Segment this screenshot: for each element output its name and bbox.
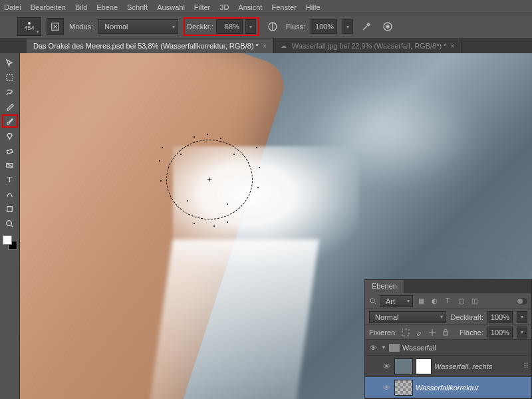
svg-rect-11 (444, 332, 448, 335)
pressure-size-icon[interactable] (380, 19, 396, 35)
modus-label: Modus: (69, 23, 93, 31)
move-tool[interactable] (2, 56, 18, 69)
search-icon (369, 297, 377, 305)
filter-pixel-icon[interactable]: ▦ (416, 296, 426, 307)
svg-rect-4 (7, 74, 13, 80)
expand-icon[interactable]: ▼ (381, 344, 386, 350)
lock-transparency-icon[interactable] (401, 328, 410, 337)
svg-rect-5 (7, 149, 13, 154)
lock-label: Fixieren: (369, 329, 397, 336)
eyedropper-tool[interactable] (2, 100, 18, 113)
tool-palette: T (0, 53, 20, 399)
visibility-icon[interactable]: 👁 (368, 344, 378, 352)
layer-opacity-arrow[interactable]: ▾ (517, 311, 527, 323)
lasso-tool[interactable] (2, 85, 18, 98)
svg-point-3 (386, 25, 389, 28)
layer-opacity-input[interactable]: 100% (487, 311, 513, 323)
menu-auswahl[interactable]: Auswahl (157, 3, 185, 11)
svg-point-9 (370, 299, 374, 303)
filter-smart-icon[interactable]: ◫ (469, 296, 479, 307)
menu-hilfe[interactable]: Hilfe (306, 3, 321, 11)
tab-inactive-document[interactable]: ☁ Wasserfall.jpg bei 22,9% (Wasserfall, … (274, 39, 462, 53)
menu-3d[interactable]: 3D (219, 3, 229, 11)
layer-blend-dropdown[interactable]: Normal▾ (369, 311, 446, 323)
svg-point-8 (7, 220, 12, 225)
menu-schrift[interactable]: Schrift (127, 3, 148, 11)
fill-label: Fläche: (460, 329, 483, 336)
fill-arrow[interactable]: ▾ (517, 327, 527, 338)
brush-preset-picker[interactable]: 454 ▾ (17, 17, 41, 36)
menu-bar: Datei Bearbeiten Bild Ebene Schrift Ausw… (0, 0, 532, 15)
layer-thumbnail[interactable] (394, 358, 413, 374)
layer-list: 👁 ▼ Wasserfall 👁 Wasserfall, rechts ⠿ 👁 … (365, 340, 531, 398)
visibility-icon[interactable]: 👁 (381, 362, 392, 370)
cloud-icon: ☁ (281, 43, 287, 49)
layer-item[interactable]: 👁 Wasserfall, rechts ⠿ (365, 356, 531, 377)
layer-opacity-label: Deckkraft: (450, 313, 483, 321)
brush-cursor (166, 140, 253, 219)
opacity-field-highlighted: Deckkr.: 68% ▾ (184, 17, 259, 36)
opacity-label: Deckkr.: (187, 23, 213, 31)
layers-tab[interactable]: Ebenen (365, 280, 404, 293)
folder-icon (389, 344, 400, 352)
layer-item-selected[interactable]: 👁 Wasserfallkorrektur (365, 377, 531, 398)
layer-menu-icon[interactable]: ⠿ (523, 362, 529, 370)
clone-tool[interactable] (2, 129, 18, 142)
menu-filter[interactable]: Filter (194, 3, 210, 11)
gradient-tool[interactable] (2, 158, 18, 172)
fill-input[interactable]: 100% (487, 327, 513, 338)
opacity-dropdown-arrow[interactable]: ▾ (245, 19, 256, 34)
type-tool[interactable]: T (2, 173, 18, 186)
opacity-input[interactable]: 68% (216, 19, 243, 34)
menu-bild[interactable]: Bild (75, 3, 87, 11)
close-icon[interactable]: × (450, 43, 454, 50)
brush-size-value: 454 (24, 25, 34, 31)
filter-type-icon[interactable]: T (442, 296, 453, 307)
layer-thumbnail[interactable] (394, 380, 413, 396)
shape-tool[interactable] (2, 202, 18, 215)
filter-toggle[interactable] (517, 298, 527, 305)
svg-rect-7 (7, 206, 13, 211)
marquee-tool[interactable] (2, 70, 18, 84)
svg-rect-10 (402, 329, 409, 336)
filter-shape-icon[interactable]: ▢ (456, 296, 466, 307)
menu-fenster[interactable]: Fenster (271, 3, 296, 11)
visibility-icon[interactable]: 👁 (381, 384, 392, 392)
lock-paint-icon[interactable] (414, 328, 424, 337)
lock-position-icon[interactable] (428, 328, 437, 337)
layers-panel: Ebenen Art▾ ▦ ◐ T ▢ ◫ Normal▾ Deckkraft:… (364, 279, 532, 399)
blend-mode-dropdown[interactable]: Normal▾ (98, 19, 178, 34)
pressure-opacity-icon[interactable] (265, 19, 281, 35)
tab-active-document[interactable]: Das Orakel des Meeres.psd bei 53,8% (Was… (27, 39, 274, 53)
color-swatches[interactable] (3, 235, 17, 250)
flow-input[interactable]: 100% (311, 19, 337, 34)
menu-ebene[interactable]: Ebene (96, 3, 118, 11)
path-tool[interactable] (2, 188, 18, 201)
eraser-tool[interactable] (2, 144, 18, 157)
menu-ansicht[interactable]: Ansicht (238, 3, 262, 11)
lock-all-icon[interactable] (441, 328, 450, 337)
foreground-color[interactable] (3, 235, 12, 245)
options-bar: 454 ▾ Modus: Normal▾ Deckkr.: 68% ▾ Flus… (0, 15, 532, 39)
flow-label: Fluss: (286, 23, 305, 31)
mask-thumbnail[interactable] (416, 358, 432, 374)
close-icon[interactable]: × (263, 43, 267, 50)
filter-adjust-icon[interactable]: ◐ (429, 296, 440, 307)
menu-datei[interactable]: Datei (4, 3, 21, 11)
airbrush-icon[interactable] (358, 19, 374, 35)
document-tabs: Das Orakel des Meeres.psd bei 53,8% (Was… (0, 39, 532, 53)
filter-type-dropdown[interactable]: Art▾ (380, 295, 413, 307)
menu-bearbeiten[interactable]: Bearbeiten (31, 3, 66, 11)
flow-dropdown-arrow[interactable]: ▾ (342, 19, 353, 34)
brush-tool-selected[interactable] (2, 114, 18, 128)
brush-panel-toggle[interactable] (47, 18, 64, 35)
zoom-tool[interactable] (2, 217, 18, 230)
layer-group[interactable]: 👁 ▼ Wasserfall (365, 340, 531, 356)
